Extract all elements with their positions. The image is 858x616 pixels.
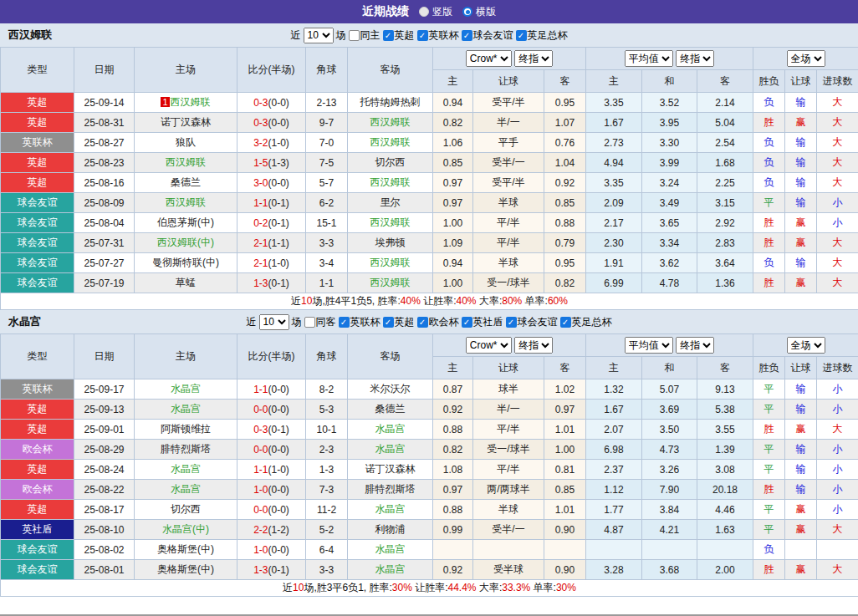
- league-filter[interactable]: ✓英超: [383, 28, 415, 43]
- league-filter[interactable]: ✓球会友谊: [506, 315, 558, 329]
- checkbox-checked-icon[interactable]: ✓: [462, 317, 472, 328]
- checkbox-checked-icon[interactable]: ✓: [506, 317, 517, 328]
- away-team-name: 西汉姆联: [370, 176, 411, 188]
- league-filter[interactable]: ✓欧会杯: [417, 315, 459, 329]
- odds-away: 1.02: [544, 379, 586, 400]
- avg-lose: 9.13: [697, 379, 753, 400]
- avg-win: 2.30: [586, 233, 642, 253]
- league-label: 英足总杯: [528, 28, 568, 43]
- home-team-name: 奥格斯堡(中): [157, 543, 214, 555]
- odds-home: 0.99: [433, 520, 473, 540]
- odds-final-select[interactable]: 终指: [514, 50, 553, 67]
- radio-checked-icon[interactable]: [462, 7, 472, 17]
- checkbox-checked-icon[interactable]: ✓: [560, 317, 571, 328]
- odds-home: 1.09: [433, 233, 473, 253]
- avg-draw: [642, 540, 697, 560]
- away-team-name: 水晶宫: [375, 443, 406, 455]
- sub-column-header: 主: [586, 70, 642, 93]
- sub-column-header: 客: [544, 357, 586, 379]
- scope-select[interactable]: 全场: [787, 50, 825, 67]
- home-team: 桑德兰: [135, 173, 237, 193]
- match-row: 英超25-08-17切尔西0-0(0-0)11-2水晶宫0.88半球1.011.…: [1, 500, 858, 520]
- halftime-score: (0-0): [268, 97, 289, 109]
- league-filter[interactable]: ✓英联杯: [417, 28, 459, 43]
- result-outcome: 胜: [753, 273, 785, 293]
- avg-win: 3.35: [586, 173, 642, 193]
- league-filter[interactable]: ✓英足总杯: [516, 28, 568, 43]
- avg-lose: 2.92: [697, 213, 753, 233]
- home-team-name: 曼彻斯特联(中): [152, 257, 219, 268]
- checkbox-checked-icon[interactable]: ✓: [417, 317, 428, 328]
- corner-score: 3-3: [306, 560, 348, 580]
- avg-win: 3.35: [586, 93, 642, 113]
- column-header: 主场: [135, 48, 237, 93]
- summary-segment: 场,胜4平1负5, 胜率:: [312, 295, 400, 307]
- competition-badge: 英超: [1, 173, 74, 193]
- odds-away: 0.90: [544, 560, 586, 580]
- result-handicap: 输: [785, 253, 817, 273]
- same-venue-filter[interactable]: 同客: [304, 315, 336, 329]
- layout-radio-horizontal[interactable]: 横版: [462, 5, 496, 19]
- avg-final-select[interactable]: 终指: [676, 50, 714, 67]
- column-header: 角球: [306, 334, 348, 379]
- fulltime-score: 0-0: [253, 504, 268, 516]
- league-filter[interactable]: ✓球会友谊: [462, 28, 513, 43]
- checkbox-unchecked-icon[interactable]: [349, 30, 360, 41]
- match-row: 英超25-09-13水晶宫0-0(0-0)5-3桑德兰0.92半/一0.971.…: [1, 400, 858, 420]
- result-outcome: 负: [753, 173, 785, 193]
- checkbox-unchecked-icon[interactable]: [304, 317, 315, 328]
- layout-radio-vertical[interactable]: 竖版: [419, 5, 452, 19]
- checkbox-checked-icon[interactable]: ✓: [417, 30, 428, 41]
- sub-column-header: 胜负: [753, 357, 785, 379]
- avg-lose: 3.55: [697, 420, 753, 440]
- odds-source-select[interactable]: Crow*: [466, 337, 512, 354]
- avg-win: 1.77: [586, 500, 642, 520]
- away-team: 水晶宫: [348, 420, 433, 440]
- match-count-select[interactable]: 10: [304, 28, 334, 43]
- checkbox-checked-icon[interactable]: ✓: [516, 30, 527, 41]
- score: 1-1(1-0): [237, 460, 306, 480]
- avg-source-select[interactable]: 平均值: [625, 337, 673, 354]
- avg-source-select[interactable]: 平均值: [625, 50, 673, 67]
- away-team-name: 水晶宫: [375, 543, 406, 555]
- checkbox-checked-icon[interactable]: ✓: [383, 317, 394, 328]
- home-team: 狼队: [135, 133, 237, 153]
- result-handicap: 赢: [785, 560, 817, 580]
- league-filter[interactable]: ✓英超: [383, 315, 415, 329]
- away-team-name: 西汉姆联: [370, 116, 411, 128]
- odds-source-select[interactable]: Crow*: [466, 50, 512, 67]
- checkbox-checked-icon[interactable]: ✓: [383, 30, 394, 41]
- avg-final-select[interactable]: 终指: [676, 337, 714, 354]
- avg-select-group: 平均值 终指: [586, 48, 753, 70]
- summary-segment: 30%: [556, 582, 576, 593]
- checkbox-checked-icon[interactable]: ✓: [462, 30, 472, 41]
- fulltime-score: 3-0: [253, 177, 268, 189]
- avg-lose: 1.68: [697, 153, 753, 173]
- away-team: 水晶宫: [348, 540, 433, 560]
- checkbox-checked-icon[interactable]: ✓: [339, 317, 350, 328]
- result-handicap: 赢: [785, 213, 817, 233]
- league-filter[interactable]: ✓英足总杯: [560, 315, 612, 329]
- match-date: 25-09-01: [74, 420, 135, 440]
- home-team: 奥格斯堡(中): [135, 560, 237, 580]
- league-label: 英足总杯: [572, 315, 612, 329]
- away-team-name: 腓特烈斯塔: [365, 483, 416, 495]
- result-handicap: 输: [785, 153, 817, 173]
- avg-win: 1.67: [586, 400, 642, 420]
- same-venue-filter[interactable]: 同主: [349, 28, 380, 43]
- radio-unchecked-icon[interactable]: [419, 7, 429, 17]
- result-goals: 大: [817, 520, 858, 540]
- summary-segment: 44.4%: [448, 582, 477, 593]
- scope-select[interactable]: 全场: [787, 337, 825, 354]
- away-team-name: 里尔: [380, 196, 401, 208]
- halftime-score: (1-3): [268, 157, 289, 169]
- league-filter[interactable]: ✓英联杯: [339, 315, 380, 329]
- match-count-select[interactable]: 10: [259, 314, 289, 330]
- league-filter[interactable]: ✓英社盾: [462, 315, 503, 329]
- result-handicap: 赢: [785, 233, 817, 253]
- result-handicap: 输: [785, 193, 817, 213]
- section-header: 水晶宫近10场同客✓英联杯✓英超✓欧会杯✓英社盾✓球会友谊✓英足总杯: [0, 310, 858, 333]
- summary-segment: 10: [301, 295, 312, 307]
- odds-final-select[interactable]: 终指: [514, 337, 553, 354]
- sub-column-header: 和: [642, 357, 697, 379]
